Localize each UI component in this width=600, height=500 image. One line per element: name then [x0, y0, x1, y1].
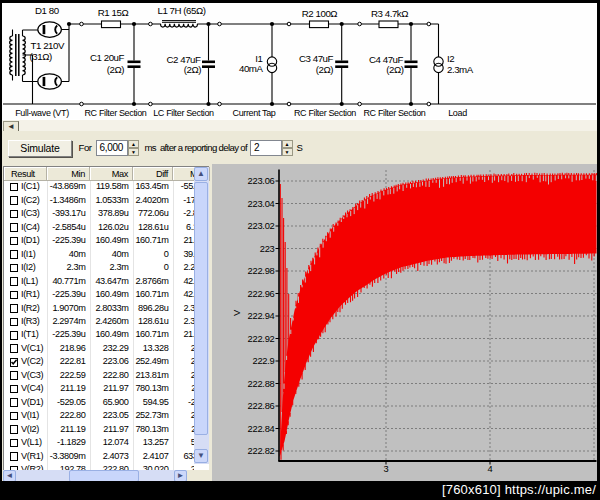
svg-text:C1 20uF: C1 20uF [90, 52, 125, 63]
svg-text:(2Ω): (2Ω) [386, 64, 404, 75]
svg-text:2.3mA: 2.3mA [447, 64, 474, 75]
svg-text:Full-wave (VT): Full-wave (VT) [15, 108, 69, 118]
svg-text:222.82: 222.82 [248, 446, 275, 456]
svg-text:222.94: 222.94 [248, 311, 275, 321]
svg-text:40mA: 40mA [239, 63, 263, 74]
svg-text:223.06: 223.06 [248, 176, 275, 186]
svg-text:223.04: 223.04 [248, 199, 275, 209]
svg-text:Load: Load [448, 108, 467, 118]
svg-text:222.84: 222.84 [248, 424, 275, 434]
svg-text:LC Filter Section: LC Filter Section [153, 108, 214, 118]
svg-text:223.02: 223.02 [248, 221, 275, 231]
svg-text:L1 7H (65Ω): L1 7H (65Ω) [157, 5, 205, 16]
svg-text:C4 47uF: C4 47uF [369, 54, 404, 65]
svg-text:(2Ω): (2Ω) [184, 64, 202, 75]
svg-text:4: 4 [488, 464, 493, 474]
svg-text:R1 15Ω: R1 15Ω [98, 7, 129, 18]
svg-text:222.92: 222.92 [248, 334, 275, 344]
svg-text:222.86: 222.86 [248, 401, 275, 411]
svg-text:222.88: 222.88 [248, 379, 275, 389]
svg-text:Current Tap: Current Tap [232, 108, 275, 118]
svg-text:D1 80: D1 80 [35, 5, 60, 16]
svg-text:(2Ω): (2Ω) [107, 64, 125, 75]
svg-text:C3 47uF: C3 47uF [299, 53, 334, 64]
svg-text:222.98: 222.98 [248, 266, 275, 276]
svg-text:(2Ω): (2Ω) [316, 64, 334, 75]
svg-text:I1: I1 [255, 53, 262, 64]
svg-text:R3 4.7kΩ: R3 4.7kΩ [371, 8, 408, 19]
svg-text:R2 100Ω: R2 100Ω [302, 8, 338, 19]
svg-text:RC Filter Section: RC Filter Section [294, 108, 356, 118]
svg-text:V: V [232, 309, 242, 316]
svg-text:222.9: 222.9 [252, 356, 274, 366]
svg-text:(31Ω): (31Ω) [30, 51, 52, 62]
svg-text:RC Filter Section: RC Filter Section [363, 108, 425, 118]
svg-text:RC Filter Section: RC Filter Section [84, 108, 146, 118]
svg-text:223: 223 [260, 244, 275, 254]
svg-text:222.96: 222.96 [248, 289, 275, 299]
svg-text:3: 3 [384, 464, 389, 474]
svg-text:T1 210V: T1 210V [31, 40, 65, 51]
svg-text:I2: I2 [447, 53, 454, 64]
